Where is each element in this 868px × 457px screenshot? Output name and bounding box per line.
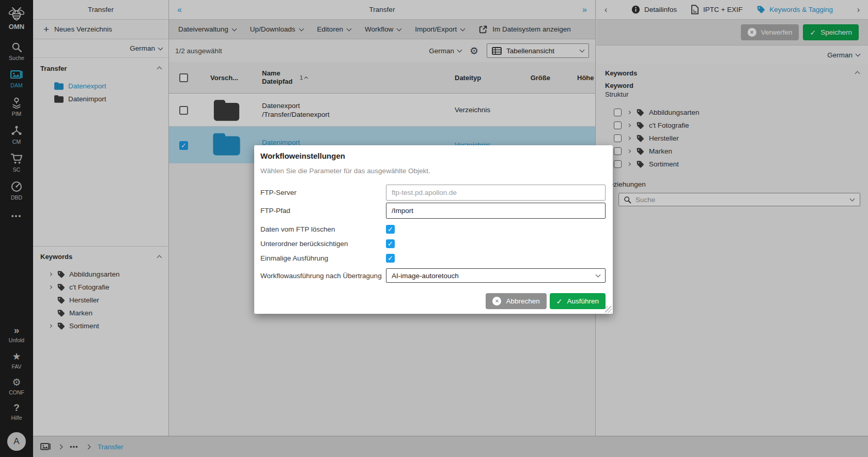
execute-label: Ausführen: [567, 297, 599, 305]
dialog-subtitle: Wählen Sie die Parameter für das ausgewä…: [260, 167, 430, 175]
run-once-checkbox[interactable]: ✓: [386, 254, 395, 263]
include-subfolders-checkbox[interactable]: ✓: [386, 239, 395, 248]
dialog-title: Workfloweinstellungen: [260, 151, 345, 160]
delete-from-ftp-row: Daten vom FTP löschen ✓: [260, 224, 606, 234]
ftp-path-input[interactable]: [386, 203, 606, 219]
app-window: OMN Suche DAM PIM CM SC DBD ••• »: [0, 0, 868, 457]
chevron-down-icon: [596, 272, 601, 278]
ftp-path-row: FTP-Pfad: [260, 203, 606, 219]
ftp-server-label: FTP-Server: [260, 189, 386, 196]
check-icon: ✓: [388, 226, 393, 233]
include-subfolders-row: Unterordner berücksichtigen ✓: [260, 238, 606, 249]
run-once-row: Einmalige Ausführung ✓: [260, 253, 606, 263]
include-subfolders-label: Unterordner berücksichtigen: [260, 240, 386, 248]
dialog-buttons: × Abbrechen ✓ Ausführen: [486, 293, 606, 309]
delete-from-ftp-label: Daten vom FTP löschen: [260, 225, 386, 233]
workflow-settings-dialog: Workfloweinstellungen Wählen Sie die Par…: [254, 145, 613, 314]
cancel-label: Abbrechen: [506, 297, 539, 305]
check-icon: ✓: [388, 240, 393, 247]
delete-from-ftp-checkbox[interactable]: ✓: [386, 225, 395, 234]
workflow-select[interactable]: AI-image-autoretouch: [386, 268, 606, 283]
run-once-label: Einmalige Ausführung: [260, 254, 386, 262]
resize-handle[interactable]: [605, 306, 612, 313]
check-icon: ✓: [388, 255, 393, 262]
workflow-select-value: AI-image-autoretouch: [392, 272, 459, 280]
circle-x-icon: ×: [492, 297, 501, 306]
workflow-select-row: Workflowausführung nach Übertragung AI-i…: [260, 268, 606, 283]
workflow-select-label: Workflowausführung nach Übertragung: [260, 272, 386, 280]
ftp-server-input[interactable]: [386, 185, 606, 201]
cancel-button[interactable]: × Abbrechen: [486, 293, 546, 309]
check-icon: ✓: [556, 297, 563, 306]
ftp-server-row: FTP-Server: [260, 185, 606, 201]
execute-button[interactable]: ✓ Ausführen: [550, 293, 606, 309]
ftp-path-label: FTP-Pfad: [260, 207, 386, 215]
